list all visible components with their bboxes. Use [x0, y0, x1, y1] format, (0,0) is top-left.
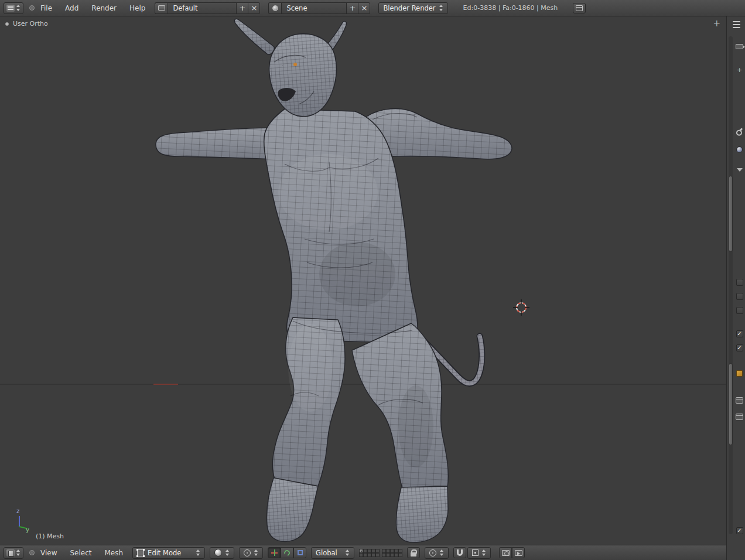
orientation-label: Global	[316, 549, 342, 557]
scale-manipulator-button[interactable]	[293, 547, 306, 558]
close-screen-button[interactable]: ×	[248, 2, 260, 14]
layer-cell[interactable]	[382, 549, 386, 553]
axis-z-line	[19, 516, 20, 527]
collapse-menus-icon[interactable]	[29, 550, 35, 555]
checkbox-icon[interactable]	[735, 292, 744, 301]
layer-cell[interactable]	[367, 549, 371, 553]
mode-label: Edit Mode	[148, 549, 193, 557]
rotate-manipulator-button[interactable]	[281, 547, 293, 558]
collapse-arrow-icon[interactable]	[735, 165, 744, 174]
add-scene-button[interactable]: +	[347, 2, 358, 14]
layer-cell[interactable]	[371, 553, 375, 557]
render-camera-icon[interactable]	[735, 42, 744, 51]
scene-stats: Ed:0-3838 | Fa:0-1860 | Mesh	[463, 4, 558, 12]
opengl-render-group	[499, 547, 525, 558]
chevron-updown-icon	[225, 549, 230, 556]
viewport-shading-select[interactable]	[210, 547, 234, 559]
layer-cell[interactable]	[359, 553, 363, 557]
properties-scrollbar-thumb[interactable]	[729, 363, 733, 445]
minotaur-mesh	[156, 19, 512, 542]
layer-cell[interactable]	[398, 553, 402, 557]
layer-cell[interactable]	[386, 549, 390, 553]
layer-cell[interactable]	[363, 553, 367, 557]
layer-cell[interactable]	[390, 553, 394, 557]
menu-mesh[interactable]: Mesh	[104, 548, 125, 558]
menu-bar: File Add Render Help	[39, 3, 146, 13]
properties-scrollbar-thumb[interactable]	[729, 176, 733, 252]
proportional-editing-icon	[429, 549, 436, 556]
manipulator-toggle-button[interactable]	[268, 547, 281, 558]
opengl-render-still-button[interactable]	[499, 547, 512, 558]
add-screen-button[interactable]: +	[237, 2, 248, 14]
checkbox-checked-icon[interactable]: ✓	[735, 343, 744, 352]
collapse-menus-icon[interactable]	[29, 5, 35, 11]
snap-element-select[interactable]	[467, 547, 491, 559]
chevron-updown-icon	[254, 549, 258, 556]
opengl-render-anim-button[interactable]	[512, 547, 525, 558]
translate-manipulator-icon	[271, 549, 278, 556]
layer-cell[interactable]	[394, 553, 398, 557]
mode-select[interactable]: Edit Mode	[132, 547, 205, 559]
chevron-updown-icon	[346, 549, 350, 556]
layer-cell[interactable]	[394, 549, 398, 553]
menu-select[interactable]: Select	[69, 548, 93, 558]
snap-toggle-button[interactable]	[453, 547, 466, 558]
open-properties-region-button[interactable]: +	[712, 18, 722, 29]
material-icon[interactable]	[735, 145, 744, 154]
scene-selector: Scene + ×	[268, 2, 370, 14]
layer-cell[interactable]	[386, 553, 390, 557]
view-rotation-icon	[5, 22, 9, 26]
modifier-wrench-icon[interactable]	[735, 127, 744, 135]
render-engine-select[interactable]: Blender Render	[378, 2, 447, 14]
viewport-3d[interactable]: User Ortho + (1) Mesh z y	[0, 16, 726, 545]
screen-layout-selector: Default + ×	[155, 2, 260, 14]
mesh-canvas[interactable]	[0, 16, 726, 545]
properties-scrollbar-track[interactable]	[729, 36, 733, 534]
window-duplicate-button[interactable]	[573, 3, 586, 13]
add-icon[interactable]: +	[735, 66, 744, 74]
layer-cell[interactable]	[359, 549, 363, 553]
transform-orientation-select[interactable]: Global	[311, 547, 354, 559]
editor-type-button[interactable]	[4, 2, 23, 14]
panel-icon[interactable]	[735, 412, 744, 421]
menu-file[interactable]: File	[39, 3, 53, 13]
layer-cell[interactable]	[367, 553, 371, 557]
proportional-editing-select[interactable]	[425, 547, 449, 559]
menu-help[interactable]: Help	[128, 3, 146, 13]
layers-widget	[359, 549, 402, 557]
checkbox-icon[interactable]	[735, 278, 744, 286]
checkbox-icon[interactable]	[735, 306, 744, 315]
lock-icon	[411, 552, 416, 556]
chevron-updown-icon	[439, 5, 443, 11]
view3d-menu-bar: View Select Mesh	[39, 548, 124, 558]
pivot-point-select[interactable]	[239, 547, 263, 559]
mesh-eye	[293, 63, 297, 66]
menu-render[interactable]: Render	[90, 3, 118, 13]
menu-view[interactable]: View	[39, 548, 58, 558]
panel-icon[interactable]	[735, 396, 744, 405]
scene-name-field[interactable]: Scene	[281, 2, 347, 14]
close-scene-button[interactable]: ×	[358, 2, 370, 14]
scene-icon[interactable]	[268, 2, 281, 14]
screen-layout-icon[interactable]	[155, 2, 168, 14]
layer-cell[interactable]	[375, 553, 380, 557]
properties-editor-icon[interactable]	[732, 20, 741, 29]
checkbox-checked-icon[interactable]: ✓	[735, 329, 744, 338]
edit-mode-icon	[137, 549, 144, 556]
info-header: File Add Render Help Default + × Scene +…	[0, 0, 745, 16]
screen-name-field[interactable]: Default	[168, 2, 237, 14]
editor-type-button[interactable]	[4, 547, 23, 559]
layer-cell[interactable]	[371, 549, 375, 553]
checkbox-checked-icon[interactable]: ✓	[735, 526, 744, 535]
magnet-icon	[457, 549, 463, 556]
layer-cell[interactable]	[382, 553, 386, 557]
layer-cell[interactable]	[398, 549, 402, 553]
chevron-updown-icon	[16, 549, 20, 556]
layer-grid-left	[359, 549, 380, 557]
lock-to-scene-button[interactable]	[407, 547, 420, 558]
layer-cell[interactable]	[375, 549, 380, 553]
layer-cell[interactable]	[363, 549, 367, 553]
menu-add[interactable]: Add	[64, 3, 80, 13]
layer-cell[interactable]	[390, 549, 394, 553]
cube-icon[interactable]	[735, 369, 744, 378]
